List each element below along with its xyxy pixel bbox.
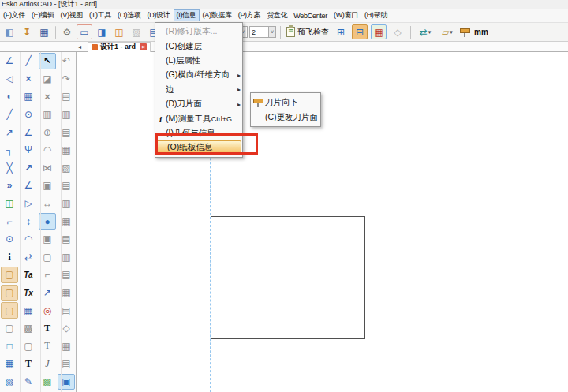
menubar-item-help[interactable]: (H)帮助 [361, 9, 390, 21]
menu-item-revision[interactable]: (R)修订版本... [155, 24, 242, 39]
tool-icon[interactable]: Ψ [20, 142, 37, 159]
menu-item-side[interactable]: 边 ▸ [155, 83, 242, 97]
tool-icon[interactable]: ⇄ [20, 249, 37, 266]
tool-icon[interactable]: ∠ [20, 124, 37, 140]
save-icon[interactable]: ▦ [36, 24, 52, 39]
menubar-item-edit[interactable]: (E)编辑 [28, 9, 58, 21]
tool-icon[interactable]: ● [39, 213, 56, 230]
tool-icon[interactable]: ⌐ [1, 213, 18, 230]
tool-icon[interactable]: ◎ [39, 302, 56, 319]
menubar-item-palletization[interactable]: 货盘化 [263, 9, 290, 21]
tool-icon[interactable]: × [20, 71, 37, 88]
dimension-options-icon[interactable]: ⊞ [333, 24, 349, 39]
submenu-item-change-blade-side[interactable]: (C)更改刀片面 [251, 110, 320, 125]
menubar-item-design[interactable]: (D)设计 [144, 9, 174, 21]
menu-item-measure-tool[interactable]: i (M)测量工具 Ctrl+G [155, 111, 242, 125]
tool-icon[interactable]: ◪ [39, 71, 56, 88]
inactive-tool-icon[interactable]: ▨ [129, 24, 144, 39]
arc-tool-icon[interactable]: ◐ [1, 88, 18, 105]
angle-tool-icon[interactable]: ∠ [1, 53, 18, 69]
solid-3d-icon[interactable]: ◨ [94, 24, 110, 39]
tool-icon[interactable]: ⌐ [39, 267, 56, 283]
workspace-icon[interactable]: ▭ [77, 24, 92, 39]
text-tool-icon[interactable]: T [39, 320, 56, 337]
doc-half-icon[interactable]: ◧ [2, 24, 17, 39]
menubar-item-tools[interactable]: (T)工具 [86, 9, 114, 21]
convert-3d-icon[interactable]: ◫ [111, 24, 127, 39]
paragraph-text-icon[interactable]: Tx [20, 285, 37, 301]
tool-icon[interactable]: ◫ [1, 196, 18, 212]
italic-text-tool-icon[interactable]: J [39, 356, 56, 372]
text-tool-icon[interactable]: T [39, 338, 56, 355]
menu-item-grain-direction[interactable]: (G)横向/纤维方向 ▸ [155, 68, 242, 82]
tool-icon[interactable]: ▦ [20, 88, 37, 105]
fill-tool-icon[interactable]: ▩ [39, 374, 56, 390]
menu-item-create-layer[interactable]: (C)创建层 [155, 39, 242, 53]
rebuild-icon[interactable]: ⚙ [59, 24, 75, 39]
tool-icon[interactable]: ▦ [1, 356, 18, 372]
blade-down-icon[interactable] [459, 27, 470, 37]
tool-icon[interactable]: ▷ [20, 196, 37, 212]
tool-icon[interactable]: ▣ [39, 231, 56, 248]
tool-icon[interactable]: ◠ [39, 142, 56, 159]
overlays-toggle-icon[interactable]: ▦ [371, 24, 387, 39]
tool-icon[interactable]: ▧ [1, 374, 18, 390]
tool-icon[interactable]: ↗ [1, 124, 18, 140]
fit-view-icon[interactable]: ◇ [390, 24, 405, 39]
tool-icon[interactable]: ▥ [39, 106, 56, 123]
separator[interactable] [55, 26, 56, 39]
tool-icon[interactable]: □ [1, 338, 18, 355]
pencil-tool-icon[interactable]: ✎ [20, 374, 37, 390]
view-options-icon[interactable]: ▱ ▾ [438, 24, 457, 39]
menubar-item-info[interactable]: (I)信息 [174, 9, 200, 21]
tool-icon[interactable]: ▩ [20, 320, 37, 337]
circle-tool-icon[interactable]: ⊙ [20, 106, 37, 123]
menubar-item-database[interactable]: (A)数据库 [200, 9, 235, 21]
menubar-item-options[interactable]: (O)选项 [114, 9, 144, 21]
rubber-tool-icon[interactable]: ▢ [1, 285, 18, 301]
preflight-button[interactable]: 预飞检查 [285, 27, 331, 38]
text-tool-icon[interactable]: T [20, 356, 37, 372]
tool-icon[interactable]: ↔ [39, 196, 56, 212]
select-tool-icon[interactable]: ↖ [39, 53, 56, 69]
mirror-tool-icon[interactable]: ⋈ [39, 160, 56, 177]
hatch-tool-icon[interactable]: ▦ [20, 302, 37, 319]
arrow-tool-icon[interactable]: ↗ [39, 285, 56, 301]
tool-icon[interactable]: ⊙ [1, 231, 18, 248]
info-tool-icon[interactable]: i [1, 249, 18, 266]
undo-arrow-icon[interactable]: ⇄ ▾ [416, 24, 435, 39]
doc-tool-icon[interactable]: ▢ [1, 320, 18, 337]
tool-icon[interactable]: ▢ [20, 338, 37, 355]
delete-tool-icon[interactable]: × [39, 88, 56, 105]
tool-icon[interactable]: ▢ [39, 249, 56, 266]
tool-icon[interactable]: » [1, 177, 18, 194]
menu-item-blade-side[interactable]: (D)刀片面 ▸ [155, 97, 242, 111]
corner-tool-icon[interactable]: ┐ [1, 142, 18, 159]
document-tab[interactable]: 设计1 - ard × [88, 42, 151, 52]
tool-icon[interactable]: ◠ [20, 231, 37, 248]
design-rectangle[interactable] [211, 216, 365, 339]
tool-icon[interactable]: ◁ [1, 71, 18, 88]
tool-icon[interactable]: ∠ [20, 177, 37, 194]
line-tool-icon[interactable]: ╱ [20, 53, 37, 69]
tool-icon[interactable]: ╱ [1, 106, 18, 123]
rubber-tool-icon[interactable]: ▢ [1, 302, 18, 319]
menubar-item-window[interactable]: (W)窗口 [331, 9, 361, 21]
rubber-tool-icon[interactable]: ▢ [1, 267, 18, 283]
tool-icon[interactable]: ╳ [1, 160, 18, 177]
submenu-item-blade-down[interactable]: 刀片向下 [251, 95, 320, 110]
tool-icon[interactable]: ⊕ [39, 124, 56, 140]
dimension-text-icon[interactable]: Ta [20, 267, 37, 283]
menubar-item-webcenter[interactable]: WebCenter [290, 11, 331, 21]
layers-toggle-icon[interactable]: ⊟ [352, 24, 368, 39]
menu-item-layer-properties[interactable]: (L)层属性 [155, 54, 242, 68]
menubar-item-file[interactable]: (F)文件 [0, 9, 28, 21]
toolbar-combo-2[interactable]: 2 ˅ [249, 26, 276, 38]
drawing-canvas[interactable] [77, 52, 568, 392]
close-icon[interactable]: × [140, 43, 147, 50]
tool-icon[interactable]: ↕ [20, 213, 37, 230]
tool-icon[interactable]: ↗ [20, 160, 37, 177]
menubar-item-scheme[interactable]: (P)方案 [235, 9, 264, 21]
menubar-item-view[interactable]: (V)视图 [58, 9, 87, 21]
tool-icon[interactable]: ▣ [39, 177, 56, 194]
